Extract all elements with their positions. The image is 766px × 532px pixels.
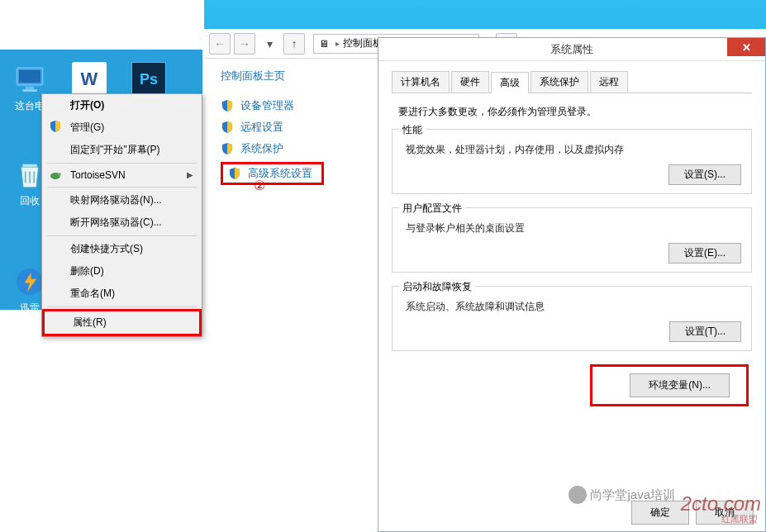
svg-point-6 — [58, 173, 61, 176]
context-menu: 打开(O) 管理(G) 固定到"开始"屏幕(P) TortoiseSVN ▶ 映… — [41, 93, 202, 337]
ctx-tortoisesvn[interactable]: TortoiseSVN ▶ — [42, 165, 202, 185]
shield-icon — [221, 99, 234, 112]
sidebar-remote-settings[interactable]: 远程设置 — [221, 116, 369, 138]
nav-back[interactable]: ← — [209, 33, 231, 55]
sidebar-device-manager[interactable]: 设备管理器 — [221, 95, 369, 116]
group-desc: 与登录帐户相关的桌面设置 — [406, 221, 741, 235]
separator — [47, 187, 197, 188]
highlight-box-env: 环境变量(N)... — [590, 364, 749, 406]
ctx-pin-to-start[interactable]: 固定到"开始"屏幕(P) — [42, 139, 202, 161]
watermark-tag: 红黑联盟 — [721, 513, 758, 525]
group-desc: 系统启动、系统故障和调试信息 — [406, 300, 741, 314]
breadcrumb-item[interactable]: 控制面板 — [343, 36, 383, 50]
nav-recent[interactable]: ▾ — [259, 33, 280, 55]
icon-label: 迅雷 — [20, 302, 40, 316]
group-title: 启动和故障恢复 — [399, 280, 475, 294]
separator — [47, 163, 197, 164]
window-titlebar[interactable] — [204, 0, 766, 29]
tortoise-icon — [49, 169, 62, 182]
svg-rect-2 — [26, 87, 35, 90]
ctx-delete[interactable]: 删除(D) — [42, 260, 202, 283]
tab-group: 计算机名 硬件 高级 系统保护 远程 — [392, 71, 752, 93]
group-title: 用户配置文件 — [399, 202, 465, 216]
shield-icon — [49, 120, 62, 133]
icon-label: 这台电 — [15, 99, 45, 113]
svg-rect-1 — [19, 70, 40, 83]
wechat-icon — [569, 486, 587, 504]
computer-icon — [12, 62, 47, 97]
env-variables-button[interactable]: 环境变量(N)... — [630, 373, 730, 397]
sidebar-title: 控制面板主页 — [221, 69, 369, 83]
system-properties-dialog: 系统属性 ✕ 计算机名 硬件 高级 系统保护 远程 要进行大多数更改，你必须作为… — [378, 37, 766, 532]
tab-remote[interactable]: 远程 — [590, 71, 628, 93]
watermark-wechat: 尚学堂java培训 — [569, 486, 675, 504]
settings-profiles-button[interactable]: 设置(E)... — [668, 243, 741, 264]
photoshop-icon: Ps — [131, 62, 166, 97]
ctx-manage[interactable]: 管理(G) — [42, 116, 202, 139]
group-title: 性能 — [399, 123, 426, 137]
nav-forward[interactable]: → — [234, 33, 255, 55]
icon-label: 回收 — [20, 194, 40, 208]
sidebar-system-protection[interactable]: 系统保护 — [221, 138, 369, 159]
ctx-properties[interactable]: 属性(R) — [42, 309, 202, 336]
separator — [47, 306, 197, 307]
word-icon: W — [72, 62, 107, 97]
group-startup-recovery: 启动和故障恢复 系统启动、系统故障和调试信息 设置(T)... — [392, 286, 752, 351]
tab-computer-name[interactable]: 计算机名 — [392, 71, 450, 93]
ctx-map-drive[interactable]: 映射网络驱动器(N)... — [42, 189, 202, 211]
dialog-title[interactable]: 系统属性 ✕ — [378, 38, 765, 61]
sidebar: 控制面板主页 设备管理器 远程设置 系统保护 高级系统设置 — [204, 59, 369, 188]
ctx-open[interactable]: 打开(O) — [42, 94, 202, 116]
separator — [47, 235, 197, 236]
ctx-create-shortcut[interactable]: 创建快捷方式(S) — [42, 238, 202, 260]
group-user-profiles: 用户配置文件 与登录帐户相关的桌面设置 设置(E)... — [392, 207, 752, 273]
tab-advanced[interactable]: 高级 — [491, 72, 529, 93]
shield-icon — [221, 142, 234, 155]
admin-note: 要进行大多数更改，你必须作为管理员登录。 — [398, 105, 752, 119]
chevron-right-icon: ▸ — [335, 39, 340, 48]
settings-startup-button[interactable]: 设置(T)... — [669, 321, 741, 342]
ctx-disconnect-drive[interactable]: 断开网络驱动器(C)... — [42, 211, 202, 234]
tab-system-protection[interactable]: 系统保护 — [530, 71, 588, 93]
shield-icon — [221, 121, 234, 134]
ctx-rename[interactable]: 重命名(M) — [42, 283, 202, 305]
annotation-two: ② — [254, 178, 265, 193]
settings-performance-button[interactable]: 设置(S)... — [668, 164, 741, 185]
sidebar-advanced-system-settings[interactable]: 高级系统设置 — [228, 166, 316, 181]
highlight-box-advanced: 高级系统设置 — [221, 162, 324, 185]
tab-hardware[interactable]: 硬件 — [451, 71, 489, 93]
nav-up[interactable]: ↑ — [283, 33, 305, 55]
group-desc: 视觉效果，处理器计划，内存使用，以及虚拟内存 — [406, 143, 741, 157]
shield-icon — [228, 167, 241, 180]
computer-mini-icon: 🖥 — [319, 38, 329, 50]
svg-rect-3 — [22, 89, 37, 92]
close-button[interactable]: ✕ — [727, 38, 765, 56]
chevron-right-icon: ▶ — [187, 170, 193, 179]
watermark-site: 2cto.com — [681, 492, 761, 515]
group-performance: 性能 视觉效果，处理器计划，内存使用，以及虚拟内存 设置(S)... — [392, 129, 752, 194]
